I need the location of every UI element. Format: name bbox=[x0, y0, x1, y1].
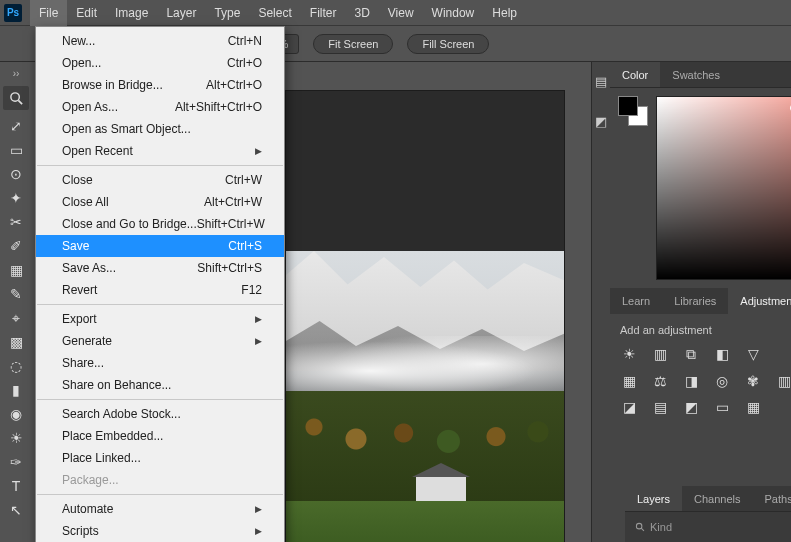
color-picker-field[interactable] bbox=[656, 96, 791, 280]
selective-color-icon[interactable]: ▦ bbox=[744, 399, 762, 415]
menu-separator bbox=[37, 494, 283, 495]
fit-screen-button[interactable]: Fit Screen bbox=[313, 34, 393, 54]
hue-sat-icon[interactable]: ▦ bbox=[620, 373, 638, 389]
posterize-icon[interactable]: ▤ bbox=[651, 399, 669, 415]
black-white-icon[interactable]: ◨ bbox=[682, 373, 700, 389]
channel-mixer-icon[interactable]: ✾ bbox=[744, 373, 762, 389]
move-tool[interactable]: ⤢ bbox=[3, 114, 29, 138]
magic-wand-tool[interactable]: ✦ bbox=[3, 186, 29, 210]
svg-point-0 bbox=[10, 92, 18, 100]
menu-window[interactable]: Window bbox=[423, 0, 484, 26]
menu-item-place-embedded[interactable]: Place Embedded... bbox=[36, 425, 284, 447]
eyedropper-tool[interactable]: ✐ bbox=[3, 234, 29, 258]
threshold-icon[interactable]: ◩ bbox=[682, 399, 700, 415]
tools-expand-icon[interactable]: ›› bbox=[13, 68, 20, 82]
fill-screen-button[interactable]: Fill Screen bbox=[407, 34, 489, 54]
menu-separator bbox=[37, 399, 283, 400]
document-canvas[interactable] bbox=[285, 90, 565, 542]
submenu-arrow-icon: ▶ bbox=[255, 314, 262, 324]
menu-item-save[interactable]: SaveCtrl+S bbox=[36, 235, 284, 257]
tab-channels[interactable]: Channels bbox=[682, 486, 752, 511]
lasso-tool[interactable]: ⊙ bbox=[3, 162, 29, 186]
crop-tool[interactable]: ✂ bbox=[3, 210, 29, 234]
tab-swatches[interactable]: Swatches bbox=[660, 62, 732, 87]
pen-tool[interactable]: ✑ bbox=[3, 450, 29, 474]
menu-item-place-linked[interactable]: Place Linked... bbox=[36, 447, 284, 469]
menu-help[interactable]: Help bbox=[483, 0, 526, 26]
tab-learn[interactable]: Learn bbox=[610, 288, 662, 314]
menu-edit[interactable]: Edit bbox=[67, 0, 106, 26]
right-panel-area: ▤ ◩ Color Swatches Learn Libraries Adjus… bbox=[591, 62, 791, 542]
history-brush-tool[interactable]: ▩ bbox=[3, 330, 29, 354]
menu-item-scripts[interactable]: Scripts▶ bbox=[36, 520, 284, 542]
svg-line-1 bbox=[18, 100, 22, 104]
menu-item-browse-in-bridge[interactable]: Browse in Bridge...Alt+Ctrl+O bbox=[36, 74, 284, 96]
history-panel-icon[interactable]: ▤ bbox=[592, 72, 610, 90]
vibrance-icon[interactable]: ▽ bbox=[744, 346, 762, 363]
image-content bbox=[286, 251, 565, 542]
menu-item-share-on-behance[interactable]: Share on Behance... bbox=[36, 374, 284, 396]
menu-item-open-as[interactable]: Open As...Alt+Shift+Ctrl+O bbox=[36, 96, 284, 118]
menu-file[interactable]: File bbox=[30, 0, 67, 26]
type-tool[interactable]: T bbox=[3, 474, 29, 498]
submenu-arrow-icon: ▶ bbox=[255, 146, 262, 156]
menu-item-open-recent[interactable]: Open Recent▶ bbox=[36, 140, 284, 162]
exposure-icon[interactable]: ◧ bbox=[713, 346, 731, 363]
brush-tool[interactable]: ✎ bbox=[3, 282, 29, 306]
menu-select[interactable]: Select bbox=[249, 0, 300, 26]
tab-libraries[interactable]: Libraries bbox=[662, 288, 728, 314]
photo-filter-icon[interactable]: ◎ bbox=[713, 373, 731, 389]
invert-icon[interactable]: ◪ bbox=[620, 399, 638, 415]
tab-paths[interactable]: Paths bbox=[753, 486, 791, 511]
menu-item-open[interactable]: Open...Ctrl+O bbox=[36, 52, 284, 74]
menu-item-package: Package... bbox=[36, 469, 284, 491]
clone-stamp-tool[interactable]: ⌖ bbox=[3, 306, 29, 330]
healing-brush-tool[interactable]: ▦ bbox=[3, 258, 29, 282]
file-menu-dropdown: New...Ctrl+NOpen...Ctrl+OBrowse in Bridg… bbox=[35, 26, 285, 542]
path-selection-tool[interactable]: ↖ bbox=[3, 498, 29, 522]
menu-view[interactable]: View bbox=[379, 0, 423, 26]
menu-item-save-as[interactable]: Save As...Shift+Ctrl+S bbox=[36, 257, 284, 279]
gradient-map-icon[interactable]: ▭ bbox=[713, 399, 731, 415]
menu-3d[interactable]: 3D bbox=[345, 0, 378, 26]
tab-adjustments[interactable]: Adjustment bbox=[728, 288, 791, 314]
levels-icon[interactable]: ▥ bbox=[651, 346, 669, 363]
color-panel bbox=[610, 88, 791, 288]
dock-strip: ▤ ◩ bbox=[591, 62, 610, 542]
marquee-tool[interactable]: ▭ bbox=[3, 138, 29, 162]
submenu-arrow-icon: ▶ bbox=[255, 336, 262, 346]
blur-tool[interactable]: ◉ bbox=[3, 402, 29, 426]
color-balance-icon[interactable]: ⚖ bbox=[651, 373, 669, 389]
color-lookup-icon[interactable]: ▥ bbox=[775, 373, 791, 389]
tab-layers[interactable]: Layers bbox=[625, 486, 682, 511]
curves-icon[interactable]: ⧉ bbox=[682, 346, 700, 363]
menu-type[interactable]: Type bbox=[205, 0, 249, 26]
svg-point-2 bbox=[636, 523, 642, 529]
menu-layer[interactable]: Layer bbox=[157, 0, 205, 26]
foreground-background-swatch[interactable] bbox=[618, 96, 648, 126]
eraser-tool[interactable]: ◌ bbox=[3, 354, 29, 378]
dodge-tool[interactable]: ☀ bbox=[3, 426, 29, 450]
layers-panel-tabs: Layers Channels Paths bbox=[625, 486, 791, 512]
menu-item-close-all[interactable]: Close AllAlt+Ctrl+W bbox=[36, 191, 284, 213]
brightness-contrast-icon[interactable]: ☀ bbox=[620, 346, 638, 363]
gradient-tool[interactable]: ▮ bbox=[3, 378, 29, 402]
menu-item-search-adobe-stock[interactable]: Search Adobe Stock... bbox=[36, 403, 284, 425]
menu-filter[interactable]: Filter bbox=[301, 0, 346, 26]
tab-color[interactable]: Color bbox=[610, 62, 660, 87]
menu-item-close[interactable]: CloseCtrl+W bbox=[36, 169, 284, 191]
menu-image[interactable]: Image bbox=[106, 0, 157, 26]
menu-item-close-and-go-to-bridge[interactable]: Close and Go to Bridge...Shift+Ctrl+W bbox=[36, 213, 284, 235]
layer-filter-kind[interactable]: Kind bbox=[635, 521, 672, 533]
menu-separator bbox=[37, 165, 283, 166]
svg-line-3 bbox=[641, 528, 644, 531]
menu-item-export[interactable]: Export▶ bbox=[36, 308, 284, 330]
zoom-tool[interactable] bbox=[3, 86, 29, 110]
menu-item-share[interactable]: Share... bbox=[36, 352, 284, 374]
menu-item-open-as-smart-object[interactable]: Open as Smart Object... bbox=[36, 118, 284, 140]
menu-item-new[interactable]: New...Ctrl+N bbox=[36, 30, 284, 52]
menu-item-revert[interactable]: RevertF12 bbox=[36, 279, 284, 301]
properties-panel-icon[interactable]: ◩ bbox=[592, 112, 610, 130]
menu-item-generate[interactable]: Generate▶ bbox=[36, 330, 284, 352]
menu-item-automate[interactable]: Automate▶ bbox=[36, 498, 284, 520]
